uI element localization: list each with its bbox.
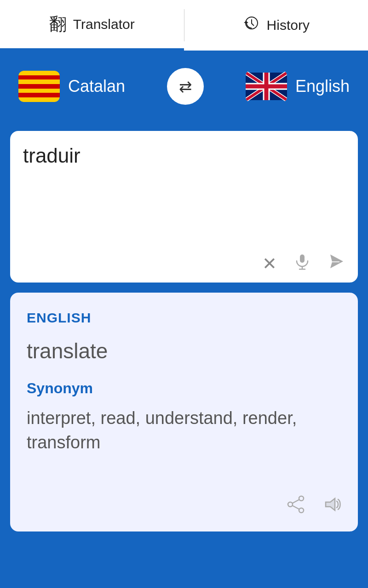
- svg-point-7: [299, 508, 304, 513]
- send-button[interactable]: [328, 253, 345, 274]
- uk-flag: [246, 71, 287, 102]
- share-button[interactable]: [286, 495, 305, 519]
- tab-translator[interactable]: 翻 Translator: [0, 0, 184, 51]
- target-language-button[interactable]: English: [246, 71, 350, 102]
- tab-translator-label: Translator: [73, 17, 135, 32]
- swap-languages-button[interactable]: ⇄: [167, 68, 204, 105]
- mic-button[interactable]: [293, 253, 311, 274]
- language-bar: Catalan ⇄ English: [0, 51, 368, 122]
- svg-rect-1: [300, 254, 305, 263]
- speaker-button[interactable]: [322, 495, 341, 519]
- synonyms-text: interpret, read, understand, render, tra…: [27, 406, 341, 484]
- result-language-label: ENGLISH: [27, 310, 341, 326]
- svg-line-10: [293, 506, 299, 509]
- svg-point-6: [299, 496, 304, 501]
- input-actions: ✕: [23, 248, 345, 274]
- translate-icon: 翻: [49, 12, 67, 36]
- clear-button[interactable]: ✕: [262, 254, 277, 274]
- catalan-flag: [18, 71, 60, 102]
- input-text[interactable]: traduir: [23, 144, 345, 248]
- swap-icon: ⇄: [179, 77, 192, 96]
- input-section: traduir ✕: [0, 122, 368, 287]
- result-translation: translate: [27, 339, 341, 363]
- input-card: traduir ✕: [10, 131, 358, 283]
- source-language-name: Catalan: [68, 77, 125, 96]
- source-language-button[interactable]: Catalan: [18, 71, 125, 102]
- tab-history-label: History: [267, 17, 310, 33]
- tab-bar: 翻 Translator History: [0, 0, 368, 51]
- svg-point-8: [288, 502, 293, 507]
- synonym-label: Synonym: [27, 380, 341, 397]
- svg-marker-11: [326, 498, 335, 510]
- tab-history[interactable]: History: [184, 0, 368, 51]
- history-icon: [243, 15, 260, 36]
- target-language-name: English: [295, 77, 350, 96]
- svg-line-9: [293, 500, 299, 503]
- output-card: ENGLISH translate Synonym interpret, rea…: [10, 293, 358, 531]
- output-actions: [27, 495, 341, 519]
- output-section: ENGLISH translate Synonym interpret, rea…: [0, 287, 368, 541]
